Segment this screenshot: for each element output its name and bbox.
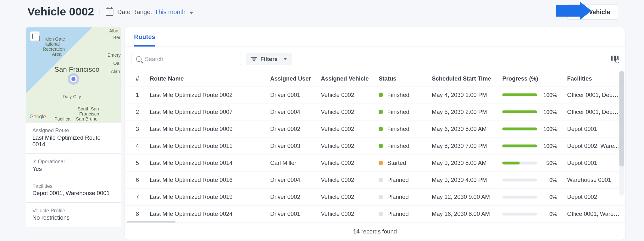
records-footer: 14 records found <box>125 223 625 240</box>
search-input[interactable] <box>145 56 237 62</box>
map-label: Daly City <box>63 94 81 99</box>
cell-time: May 8, 2030 7:00 PM <box>427 137 497 154</box>
column-header[interactable]: Assigned User <box>265 71 316 86</box>
column-header[interactable]: Assigned Vehicle <box>316 71 374 86</box>
table-row[interactable]: 4 Last Mile Optimized Route 0011 Driver … <box>125 137 625 154</box>
records-suffix: records found <box>360 228 397 235</box>
callout-arrow <box>556 2 593 20</box>
page-title: Vehicle 0002 <box>27 5 94 18</box>
calendar-icon[interactable] <box>106 8 113 16</box>
map-label: Alan <box>111 69 120 74</box>
table-row[interactable]: 5 Last Mile Optimized Route 0014 Carl Mi… <box>125 154 625 171</box>
progress-text: 100% <box>541 109 557 115</box>
progress-bar <box>502 212 537 215</box>
table-row[interactable]: 1 Last Mile Optimized Route 0002 Driver … <box>125 86 625 103</box>
cell-status: Planned <box>374 205 427 222</box>
cell-progress: 100% <box>497 103 562 120</box>
status-text: Finished <box>387 109 409 115</box>
progress-text: 100% <box>541 126 557 132</box>
status-text: Finished <box>387 91 409 98</box>
cell-route: Last Mile Optimized Route 0009 <box>145 120 265 137</box>
cell-facilities: Officer 0001, Depo... <box>562 103 625 120</box>
column-header[interactable]: Facilities <box>562 71 625 86</box>
cell-index: 1 <box>125 86 145 103</box>
table-row[interactable]: 8 Last Mile Optimized Route 0024 Driver … <box>125 205 625 222</box>
cell-route: Last Mile Optimized Route 0016 <box>145 171 265 188</box>
map-label: Francisco <box>79 111 99 116</box>
status-dot-icon <box>379 126 383 131</box>
map-label: Pacifica <box>54 116 70 121</box>
cell-time: May 16, 2030 8:00 AM <box>427 205 497 222</box>
map-label: Oa <box>113 61 119 66</box>
date-range-value: This month <box>155 8 186 15</box>
date-range-dropdown[interactable]: This month <box>155 8 193 15</box>
cell-progress: 50% <box>497 154 562 171</box>
cell-index: 8 <box>125 205 145 222</box>
cell-status: Finished <box>374 137 427 154</box>
progress-text: 0% <box>541 194 557 200</box>
cell-vehicle: Vehicle 0002 <box>316 86 374 103</box>
column-header[interactable]: Route Name <box>145 71 265 86</box>
cell-user: Driver 0004 <box>265 171 316 188</box>
cell-user: Driver 0001 <box>265 86 316 103</box>
cell-index: 7 <box>125 188 145 205</box>
cell-index: 2 <box>125 103 145 120</box>
table-row[interactable]: 2 Last Mile Optimized Route 0007 Driver … <box>125 103 625 120</box>
status-text: Planned <box>387 193 409 200</box>
filters-button[interactable]: Filters <box>246 53 292 65</box>
cell-vehicle: Vehicle 0002 <box>316 120 374 137</box>
status-dot-icon <box>379 92 383 97</box>
cell-index: 5 <box>125 154 145 171</box>
cell-user: Driver 0004 <box>265 103 316 120</box>
status-text: Started <box>387 160 406 166</box>
cell-vehicle: Vehicle 0002 <box>316 171 374 188</box>
progress-text: 50% <box>541 160 557 166</box>
fullscreen-icon <box>32 34 37 39</box>
status-dot-icon <box>379 109 383 114</box>
chevron-down-icon <box>284 58 287 60</box>
progress-text: 100% <box>541 143 557 149</box>
sidebar-card-label: Is Operational <box>32 159 114 164</box>
map-marker <box>70 76 77 82</box>
table-row[interactable]: 3 Last Mile Optimized Route 0009 Driver … <box>125 120 625 137</box>
cell-status: Finished <box>374 120 427 137</box>
progress-text: 100% <box>541 92 557 98</box>
map-preview[interactable]: San Francisco lden GatelationalRecreatio… <box>26 27 121 123</box>
column-header[interactable]: Progress (%) <box>497 71 562 86</box>
status-text: Finished <box>387 126 409 132</box>
cell-progress: 0% <box>497 171 562 188</box>
search-box[interactable] <box>131 53 241 65</box>
fullscreen-button[interactable] <box>30 31 39 41</box>
column-header[interactable]: Status <box>374 71 427 86</box>
column-header[interactable]: Scheduled Start Time <box>427 71 497 86</box>
tab-routes[interactable]: Routes <box>134 33 155 47</box>
horizontal-scrollbar[interactable] <box>127 221 176 222</box>
cell-time: May 4, 2030 1:00 PM <box>427 86 497 103</box>
table-row[interactable]: 6 Last Mile Optimized Route 0016 Driver … <box>125 171 625 188</box>
cell-facilities: Depot 0002 <box>562 188 625 205</box>
cell-route: Last Mile Optimized Route 0002 <box>145 86 265 103</box>
cell-time: May 12, 2030 9:00 AM <box>427 188 497 205</box>
vertical-scrollbar[interactable] <box>619 71 624 196</box>
progress-bar <box>502 161 537 164</box>
column-header[interactable]: # <box>125 71 145 86</box>
cell-user: Driver 0002 <box>265 188 316 205</box>
cell-status: Finished <box>374 86 427 103</box>
status-text: Finished <box>387 143 409 149</box>
cell-facilities: Depot 0001 <box>562 154 625 171</box>
cell-index: 3 <box>125 120 145 137</box>
progress-bar <box>502 178 537 181</box>
column-settings-button[interactable] <box>611 56 619 62</box>
status-text: Planned <box>387 210 409 217</box>
page-header: Vehicle 0002 | Date Range: This month Ed… <box>0 0 644 27</box>
cell-user: Carl Miller <box>265 154 316 171</box>
google-attribution: Google <box>30 113 46 120</box>
map-label: lational <box>45 42 60 47</box>
table-row[interactable]: 7 Last Mile Optimized Route 0019 Driver … <box>125 188 625 205</box>
sidebar-card: Vehicle Profile No restrictions <box>26 203 121 227</box>
progress-bar <box>502 93 537 96</box>
cell-time: May 6, 2030 8:00 AM <box>427 120 497 137</box>
cell-facilities: Officer 0001, Depo... <box>562 86 625 103</box>
map-label: Area <box>52 52 62 57</box>
sidebar-card-value: Last Mile Optimized Route 0014 <box>32 134 114 147</box>
